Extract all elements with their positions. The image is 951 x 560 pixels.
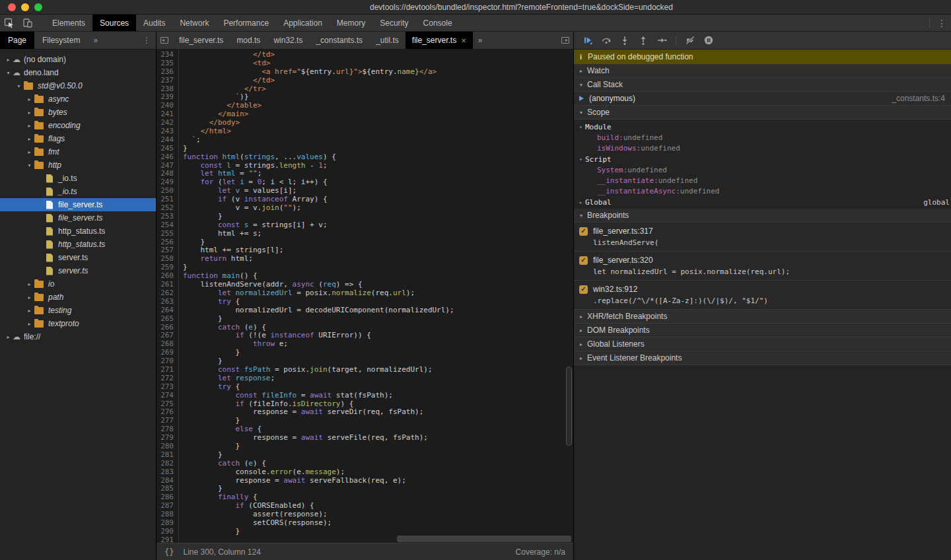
pause-on-exceptions-icon[interactable] [700,32,717,49]
line-number[interactable]: 263 [157,298,178,306]
line-number[interactable]: 271 [157,366,178,374]
pretty-print-button[interactable]: {} [164,547,174,557]
line-number[interactable]: 274 [157,392,178,400]
tree-item-_io.ts[interactable]: _io.ts [0,172,156,185]
editor-tab-file_server.ts[interactable]: file_server.ts [172,32,230,49]
line-number[interactable]: 236 [157,68,178,77]
breakpoint-checkbox[interactable]: ✓ [579,227,588,236]
line-number[interactable]: 243 [157,127,178,136]
editor-tab-_constants.ts[interactable]: _constants.ts [309,32,369,49]
tree-item-server.ts[interactable]: server.ts [0,251,156,264]
line-number[interactable]: 280 [157,442,178,451]
scope-group-script[interactable]: ▾Script [574,154,951,164]
minimize-window-button[interactable] [21,3,29,11]
tree-item-_io.ts[interactable]: _io.ts [0,185,156,198]
vertical-scrollbar[interactable] [566,367,572,446]
tab-memory[interactable]: Memory [330,15,372,31]
sidebar-tab-page[interactable]: Page [0,32,34,49]
tree-item-file_server.ts[interactable]: file_server.ts [0,211,156,225]
section-call-stack[interactable]: ▾ Call Stack [574,78,951,92]
line-number[interactable]: 289 [157,519,178,528]
horizontal-scrollbar[interactable] [397,536,571,542]
step-into-icon[interactable] [616,32,633,49]
scope-group-module[interactable]: ▾Module [574,122,951,132]
line-number[interactable]: 273 [157,383,178,392]
tree-item-fmt[interactable]: ▸fmt [0,145,156,158]
editor-overflow-chevron[interactable]: » [473,32,488,49]
line-number[interactable]: 253 [157,213,178,221]
tab-network[interactable]: Network [172,15,216,31]
section-scope[interactable]: ▾ Scope [574,106,951,120]
line-number[interactable]: 291 [157,536,178,543]
breakpoint-location[interactable]: win32.ts:912 [593,285,637,294]
scope-group-global[interactable]: ▸Globalglobal [574,197,951,207]
tree-item-file[interactable]: ▸☁file:// [0,330,156,343]
show-debugger-icon[interactable] [557,32,573,49]
line-number[interactable]: 272 [157,374,178,383]
editor-tab-win32.ts[interactable]: win32.ts [267,32,309,49]
tab-elements[interactable]: Elements [45,15,92,31]
code-line-text[interactable]: html += s; [178,230,262,238]
code-line-text[interactable]: const fsPath = posix.join(target, normal… [178,366,433,374]
tree-item-bytes[interactable]: ▸bytes [0,106,156,119]
breakpoint-checkbox[interactable]: ✓ [579,285,588,294]
line-number[interactable]: 264 [157,306,178,315]
line-number[interactable]: 290 [157,528,178,536]
code-line-text[interactable]: } [178,451,223,460]
navigator-menu-icon[interactable]: ⋮ [137,32,156,49]
editor-tab-mod.ts[interactable]: mod.ts [230,32,267,49]
line-number[interactable]: 281 [157,451,178,460]
step-out-icon[interactable] [635,32,652,49]
code-line-text[interactable]: try { [178,298,240,306]
section-dom-breakpoints[interactable]: ▸DOM Breakpoints [574,324,951,337]
tab-audits[interactable]: Audits [136,15,172,31]
sidebar-tab-filesystem[interactable]: Filesystem [34,32,88,49]
line-number[interactable]: 246 [157,153,178,162]
section-breakpoints[interactable]: ▾ Breakpoints [574,209,951,223]
section-watch[interactable]: ▸ Watch [574,64,951,78]
tree-item-http[interactable]: ▾http [0,158,156,172]
section-xhr-fetch-breakpoints[interactable]: ▸XHR/fetch Breakpoints [574,310,951,324]
line-number[interactable]: 282 [157,460,178,468]
tree-item-deno.land[interactable]: ▾☁deno.land [0,66,156,79]
tree-item-encoding[interactable]: ▸encoding [0,119,156,132]
tree-item-http_status.ts[interactable]: http_status.ts [0,225,156,238]
line-number[interactable]: 244 [157,136,178,145]
tree-item-io[interactable]: ▸io [0,277,156,291]
code-line-text[interactable]: let normalizedUrl = posix.normalize(req.… [178,289,415,298]
breakpoint-checkbox[interactable]: ✓ [579,256,588,265]
code-editor[interactable]: 234 </td>235 <td>236 <a href="${entry.ur… [157,50,573,543]
line-number[interactable]: 237 [157,77,178,85]
tab-performance[interactable]: Performance [216,15,276,31]
tab-security[interactable]: Security [372,15,415,31]
editor-tab-_util.ts[interactable]: _util.ts [369,32,405,49]
maximize-window-button[interactable] [34,3,42,11]
close-window-button[interactable] [8,3,16,11]
section-event-listener-breakpoints[interactable]: ▸Event Listener Breakpoints [574,351,951,365]
tree-item-std@v0.50.0[interactable]: ▾std@v0.50.0 [0,79,156,92]
tab-sources[interactable]: Sources [92,15,136,31]
breakpoint-location[interactable]: file_server.ts:320 [593,256,653,265]
line-number[interactable]: 255 [157,230,178,238]
resume-icon[interactable] [579,32,596,49]
device-toolbar-icon[interactable] [18,15,37,31]
line-number[interactable]: 252 [157,204,178,213]
step-icon[interactable] [653,32,670,49]
tree-item-textproto[interactable]: ▸textproto [0,317,156,330]
editor-tab-file_server.ts[interactable]: file_server.ts× [405,32,473,49]
tree-item-async[interactable]: ▸async [0,92,156,106]
code-line-text[interactable]: } [178,528,240,536]
tree-item-http_status.ts[interactable]: http_status.ts [0,238,156,251]
close-tab-icon[interactable]: × [461,36,466,45]
code-line-text[interactable]: <a href="${entry.url}">${entry.name}</a> [178,68,437,77]
tab-console[interactable]: Console [416,15,460,31]
tree-item-server.ts[interactable]: server.ts [0,264,156,277]
code-line-text[interactable]: } [178,315,223,324]
code-line-text[interactable]: <td> [178,59,270,68]
line-number[interactable]: 245 [157,145,178,153]
section-global-listeners[interactable]: ▸Global Listeners [574,337,951,351]
inspect-icon[interactable] [0,15,18,31]
navigator-overflow-chevron[interactable]: » [88,32,103,49]
hide-navigator-icon[interactable] [157,32,172,49]
line-number[interactable]: 261 [157,281,178,289]
